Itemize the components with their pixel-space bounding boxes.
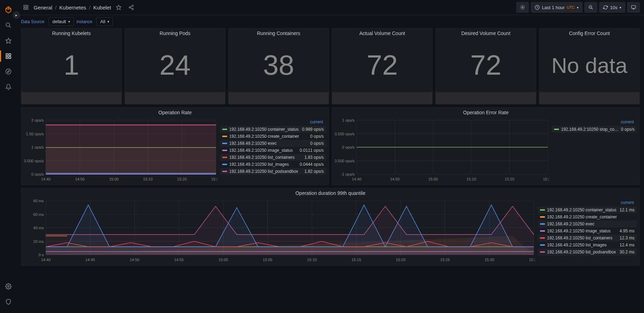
svg-text:15:20: 15:20: [396, 258, 406, 262]
var-datasource-select[interactable]: default▾: [49, 17, 74, 26]
legend-swatch: [540, 251, 545, 253]
legend-swatch: [222, 129, 227, 130]
stat-panel[interactable]: Running Pods 24: [125, 28, 225, 104]
svg-text:14:45: 14:45: [85, 258, 95, 262]
svg-text:20 ms: 20 ms: [33, 239, 44, 244]
breadcrumb: General / Kubernetes / Kubelet: [34, 5, 111, 11]
panel-title: Operation Rate: [21, 108, 329, 117]
legend-item[interactable]: 192.168.49.2:10250 list_podsandbox 1.82 …: [220, 168, 326, 175]
svg-line-19: [131, 8, 132, 9]
panel-operation-duration[interactable]: Operation duration 99th quantile 0 s20 m…: [21, 188, 640, 266]
legend-label: 192.168.49.2:10250 exec: [229, 141, 308, 146]
alerting-icon[interactable]: [1, 80, 15, 94]
settings-icon[interactable]: [1, 279, 15, 293]
stat-panel[interactable]: Actual Volume Count 72: [332, 28, 433, 104]
legend-item[interactable]: 192.168.49.2:10250 list_images 0.0444 op…: [220, 161, 326, 168]
svg-marker-8: [7, 70, 9, 73]
legend-value: 12.4 ms: [620, 243, 635, 247]
stat-panel[interactable]: Desired Volume Count 72: [435, 28, 536, 104]
svg-point-15: [132, 5, 133, 6]
timezone-label: UTC: [567, 5, 575, 9]
shield-icon[interactable]: [1, 295, 15, 309]
svg-text:15:15: 15:15: [351, 258, 361, 262]
legend-label: 192.168.49.2:10250 list_images: [547, 243, 617, 247]
stat-panel[interactable]: Running Kubelets 1: [21, 28, 122, 104]
svg-point-0: [6, 23, 10, 27]
legend-item[interactable]: 192.168.49.2:10250 image_status 0.0111 o…: [220, 147, 326, 154]
stat-panel[interactable]: Config Error Count No data: [539, 28, 640, 104]
legend-item[interactable]: 192.168.49.2:10250 image_status 4.95 ms: [538, 227, 637, 234]
legend-swatch: [222, 143, 227, 144]
svg-text:14:40: 14:40: [41, 177, 51, 181]
svg-line-23: [592, 8, 593, 9]
var-instance-select[interactable]: All▾: [96, 17, 113, 26]
svg-text:15:05: 15:05: [263, 258, 273, 262]
star-icon[interactable]: [1, 34, 15, 48]
zoom-out-button[interactable]: [584, 2, 597, 13]
legend-item[interactable]: 192.168.49.2:10250 exec 0 ops/s: [220, 140, 326, 147]
svg-text:15:30: 15:30: [543, 177, 549, 181]
stat-panel[interactable]: Running Containers 38: [228, 28, 329, 104]
panel-title: Operation Error Rate: [332, 108, 639, 117]
svg-text:14:55: 14:55: [174, 258, 184, 262]
svg-rect-4: [9, 54, 11, 55]
refresh-interval-label: 10s: [610, 5, 617, 10]
svg-text:1 ops/s: 1 ops/s: [31, 145, 44, 149]
time-range-label: Last 1 hour: [542, 5, 565, 10]
legend-label: 192.168.49.2:10250 container_status: [547, 207, 617, 212]
share-icon[interactable]: [126, 2, 136, 12]
legend-header: current: [552, 119, 637, 126]
legend-item[interactable]: 192.168.49.2:10250 list_podsandbox 30.2 …: [538, 249, 637, 256]
legend-item[interactable]: 192.168.49.2:10250 create_container 0 op…: [220, 133, 326, 140]
sidebar-expand-button[interactable]: ▸: [13, 11, 20, 19]
stat-title: Config Error Count: [539, 28, 639, 38]
search-icon[interactable]: [1, 18, 15, 32]
stat-value: 24: [125, 38, 225, 92]
legend-item[interactable]: 192.168.49.2:10250 list_images 12.4 ms: [538, 241, 637, 249]
svg-rect-12: [24, 8, 26, 9]
explore-icon[interactable]: [1, 64, 15, 79]
legend-swatch: [222, 136, 227, 137]
kiosk-button[interactable]: [627, 2, 640, 13]
breadcrumb-root[interactable]: General: [34, 5, 52, 11]
star-outline-icon[interactable]: [114, 2, 124, 12]
svg-text:15:35: 15:35: [529, 258, 535, 262]
legend-value: 0 ops/s: [310, 134, 324, 139]
svg-text:15:10: 15:10: [467, 177, 476, 181]
legend-label: 192.168.49.2:10250 list_containers: [229, 155, 302, 160]
legend-item[interactable]: 192.168.49.2:10250 stop_container 0 ops/…: [552, 126, 637, 133]
breadcrumb-folder[interactable]: Kubernetes: [59, 5, 86, 11]
legend-item[interactable]: 192.168.49.2:10250 container_status 0.98…: [220, 126, 326, 133]
svg-text:15:30: 15:30: [211, 177, 217, 181]
legend-item[interactable]: 192.168.49.2:10250 list_containers 1.83 …: [220, 154, 326, 161]
legend-swatch: [222, 157, 227, 158]
svg-text:0.500 ops/s: 0.500 ops/s: [24, 159, 44, 163]
panel-operation-error-rate[interactable]: Operation Error Rate -1 ops/s-0.500 ops/…: [332, 107, 640, 185]
refresh-button[interactable]: 10s ▾: [599, 2, 625, 13]
breadcrumb-page[interactable]: Kubelet: [93, 5, 111, 11]
dashboard-settings-button[interactable]: [516, 2, 529, 13]
panel-grid-icon[interactable]: [21, 2, 31, 12]
legend-item[interactable]: 192.168.49.2:10250 create_container: [538, 213, 637, 220]
svg-rect-25: [631, 6, 636, 8]
svg-text:2 ops/s: 2 ops/s: [31, 119, 44, 122]
svg-text:14:50: 14:50: [390, 177, 400, 181]
svg-marker-2: [6, 38, 11, 43]
legend-label: 192.168.49.2:10250 image_status: [547, 229, 617, 233]
var-datasource-label: Data Source: [21, 19, 44, 24]
legend-label: 192.168.49.2:10250 list_podsandbox: [547, 250, 617, 254]
legend-item[interactable]: 192.168.49.2:10250 container_status 12.1…: [538, 206, 637, 213]
legend-label: 192.168.49.2:10250 image_status: [229, 148, 298, 153]
legend-swatch: [222, 164, 227, 165]
legend-item[interactable]: 192.168.49.2:10250 list_containers 12.3 …: [538, 234, 637, 241]
legend-item[interactable]: 192.168.49.2:10250 exec: [538, 220, 637, 227]
topbar: General / Kubernetes / Kubelet Last 1 ho…: [17, 0, 644, 15]
stat-value: 1: [21, 38, 121, 92]
time-picker-button[interactable]: Last 1 hour UTC ▾: [531, 2, 582, 13]
legend-value: 0.0444 ops/s: [300, 162, 324, 167]
legend-swatch: [540, 209, 545, 211]
svg-text:15:00: 15:00: [218, 258, 228, 262]
panel-operation-rate[interactable]: Operation Rate 0 ops/s0.500 ops/s1 ops/s…: [21, 107, 329, 185]
dashboards-icon[interactable]: [1, 49, 15, 63]
stat-bar: [229, 92, 329, 104]
